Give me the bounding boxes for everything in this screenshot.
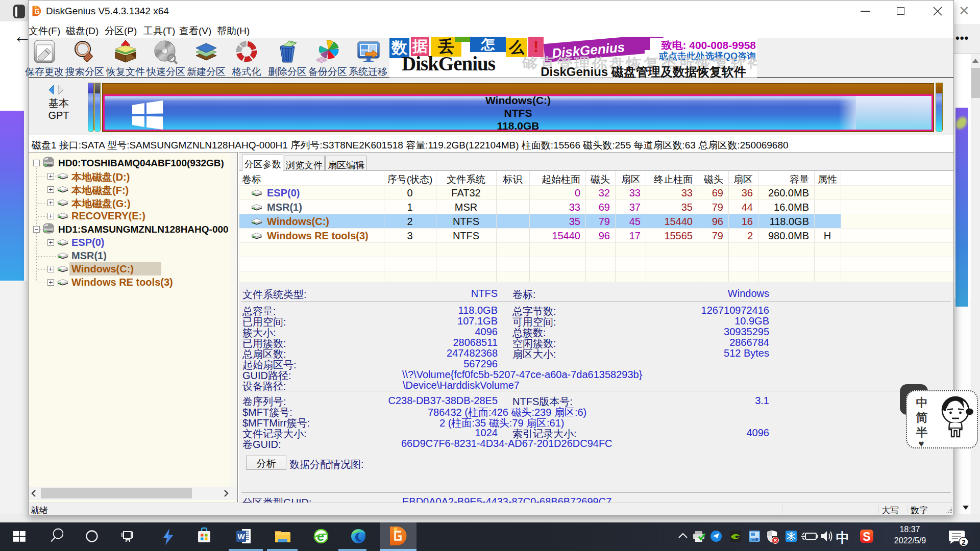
svg-text:intel: intel [751,538,757,541]
svg-text:W: W [237,532,245,541]
svg-text:2: 2 [962,538,966,546]
svg-text:e: e [317,529,324,544]
svg-text:S: S [863,530,870,543]
